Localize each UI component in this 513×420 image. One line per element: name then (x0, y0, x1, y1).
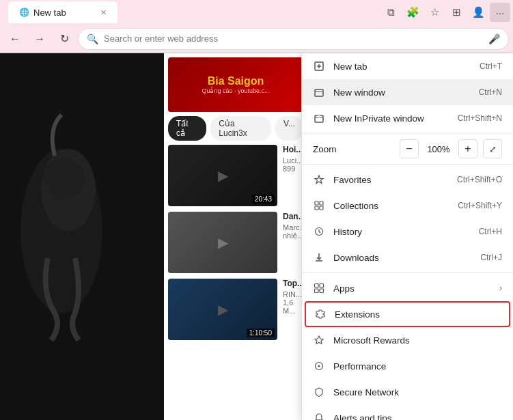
menu-item-ms-rewards[interactable]: Microsoft Rewards (302, 327, 513, 353)
apps-label: Apps (333, 283, 491, 294)
zoom-in-button[interactable]: + (458, 139, 477, 158)
video-info-3: Top... RIN... 1,6 M... (283, 279, 303, 340)
menu-item-new-window[interactable]: New window Ctrl+N (302, 79, 513, 105)
address-input[interactable] (104, 33, 483, 44)
hero-image (0, 53, 164, 420)
menu-item-alerts[interactable]: Alerts and tips (302, 405, 513, 420)
video-title-1: Hoi... (283, 145, 303, 154)
menu-item-extensions[interactable]: Extensions (305, 301, 510, 327)
favorites-label: Favorites (333, 175, 449, 185)
browser-tab[interactable]: 🌐 New tab ✕ (8, 1, 117, 23)
new-tab-icon (313, 60, 325, 72)
address-bar[interactable]: 🔍 🎤 (78, 28, 509, 50)
browser-window: 🌐 New tab ✕ ⧉ 🧩 ☆ ⊞ 👤 ··· ← → ↻ 🔍 🎤 (0, 0, 513, 420)
context-menu: New tab Ctrl+T New window Ctrl+N New InP… (301, 53, 513, 420)
divider-1 (302, 133, 513, 134)
collections-icon (313, 199, 325, 212)
filter-lucin[interactable]: Của Lucin3x (210, 116, 271, 141)
ms-rewards-icon (313, 334, 325, 346)
video-channel-2: Marc... (283, 223, 303, 232)
search-icon: 🔍 (87, 33, 98, 44)
performance-icon (313, 360, 325, 372)
inprivate-shortcut: Ctrl+Shift+N (458, 113, 502, 123)
downloads-label: Downloads (333, 253, 472, 263)
video-item-2[interactable]: ▶ Dan... Marc... nhiê... (168, 212, 303, 273)
history-label: History (333, 227, 471, 237)
menu-item-inprivate[interactable]: New InPrivate window Ctrl+Shift+N (302, 105, 513, 131)
profile-toolbar-btn[interactable]: 👤 (468, 3, 488, 22)
zoom-value: 100% (424, 144, 453, 154)
toolbar: ← → ↻ 🔍 🎤 (0, 25, 513, 53)
video-item-1[interactable]: ▶ 20:43 Hoi... Luci... 899 (168, 145, 303, 206)
menu-item-history[interactable]: History Ctrl+H (302, 219, 513, 244)
video-channel-1: Luci... (283, 156, 303, 165)
new-tab-label: New tab (333, 61, 471, 72)
menu-item-downloads[interactable]: Downloads Ctrl+J (302, 244, 513, 270)
inprivate-label: New InPrivate window (333, 113, 449, 124)
zoom-fullscreen-button[interactable]: ⤢ (483, 139, 502, 158)
new-window-label: New window (333, 87, 471, 98)
filter-all[interactable]: Tất cả (168, 116, 206, 141)
svg-rect-19 (320, 284, 324, 288)
video-title-3: Top... (283, 279, 303, 288)
secure-network-label: Secure Network (333, 387, 502, 397)
zoom-out-button[interactable]: − (400, 139, 419, 158)
content-area: Bia Saigon Quảng cáo · youtube.c... Tất … (164, 53, 307, 420)
menu-item-secure-network[interactable]: Secure Network (302, 379, 513, 405)
video-title-2: Dan... (283, 212, 303, 221)
performance-label: Performance (333, 361, 502, 372)
apps-icon (313, 282, 325, 294)
extensions-toolbar-btn[interactable]: 🧩 (402, 3, 423, 22)
back-button[interactable]: ← (4, 28, 26, 50)
new-window-icon (313, 86, 325, 98)
video-list: ▶ 20:43 Hoi... Luci... 899 ▶ Dan... (168, 145, 303, 340)
extensions-label: Extensions (335, 309, 501, 320)
video-info2-extra: nhiê... (283, 232, 303, 240)
zoom-label: Zoom (313, 144, 394, 154)
svg-rect-6 (315, 89, 323, 96)
video-item-3[interactable]: ▶ 1:10:50 Top... RIN... 1,6 M... (168, 279, 303, 340)
menu-item-new-tab[interactable]: New tab Ctrl+T (302, 53, 513, 79)
ms-rewards-label: Microsoft Rewards (333, 335, 502, 346)
filter-more[interactable]: V... (275, 116, 303, 141)
collections-toolbar-btn[interactable]: ⊞ (446, 3, 467, 22)
hero-svg (0, 53, 164, 420)
svg-rect-12 (320, 201, 323, 205)
tab-label: New tab (33, 8, 66, 18)
downloads-shortcut: Ctrl+J (480, 253, 502, 262)
menu-item-performance[interactable]: Performance (302, 353, 513, 379)
video-thumb-3: ▶ 1:10:50 (168, 279, 277, 340)
svg-rect-18 (315, 284, 319, 288)
svg-rect-14 (320, 206, 323, 210)
history-shortcut: Ctrl+H (479, 227, 502, 236)
svg-marker-22 (315, 336, 323, 344)
video-thumb-2: ▶ (168, 212, 277, 273)
ad-banner: Bia Saigon Quảng cáo · youtube.c... (168, 57, 303, 112)
favorites-toolbar-btn[interactable]: ☆ (424, 3, 445, 22)
menu-toolbar-btn[interactable]: ··· (490, 3, 510, 22)
video-views-1: 899 (283, 165, 303, 173)
forward-button[interactable]: → (29, 28, 51, 50)
secure-network-icon (313, 386, 325, 398)
svg-rect-10 (318, 115, 320, 117)
downloads-icon (313, 251, 325, 264)
top-bar: 🌐 New tab ✕ ⧉ 🧩 ☆ ⊞ 👤 ··· (0, 0, 513, 25)
tab-icon-btn[interactable]: ⧉ (380, 3, 401, 22)
menu-item-collections[interactable]: Collections Ctrl+Shift+Y (302, 193, 513, 219)
refresh-button[interactable]: ↻ (53, 28, 75, 50)
mic-icon[interactable]: 🎤 (488, 33, 500, 44)
new-tab-shortcut: Ctrl+T (480, 61, 502, 71)
menu-item-favorites[interactable]: Favorites Ctrl+Shift+O (302, 167, 513, 193)
collections-label: Collections (333, 201, 449, 211)
collections-shortcut: Ctrl+Shift+Y (458, 201, 502, 210)
svg-rect-20 (315, 289, 319, 293)
new-window-shortcut: Ctrl+N (479, 87, 502, 97)
zoom-control: Zoom − 100% + ⤢ (302, 136, 513, 162)
video-duration-3: 1:10:50 (247, 328, 275, 337)
divider-2 (302, 164, 513, 165)
tab-close[interactable]: ✕ (100, 8, 107, 17)
video-channel-3: RIN... (283, 290, 303, 298)
svg-rect-21 (320, 289, 324, 293)
alerts-label: Alerts and tips (333, 413, 502, 421)
menu-item-apps[interactable]: Apps › (302, 275, 513, 301)
